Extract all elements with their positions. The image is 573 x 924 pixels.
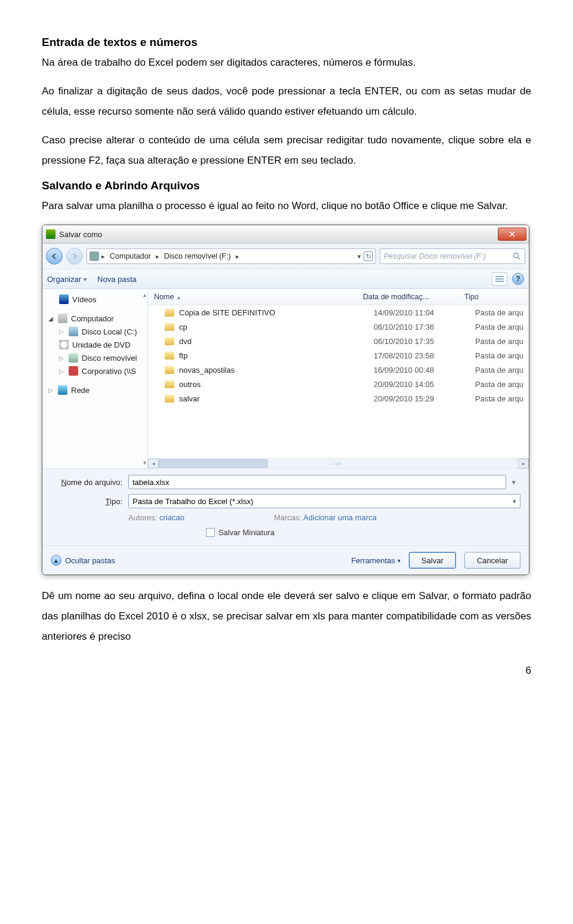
navitem-label: Rede bbox=[71, 386, 90, 395]
list-item[interactable]: cp06/10/2010 17:36Pasta de arqu bbox=[148, 320, 529, 334]
close-icon bbox=[509, 231, 515, 237]
col-date[interactable]: Data de modificaç... bbox=[363, 293, 464, 301]
file-date: 16/09/2010 00:48 bbox=[374, 366, 475, 374]
forward-button[interactable] bbox=[66, 248, 83, 265]
organize-button[interactable]: Organizar ▾ bbox=[47, 275, 87, 284]
navitem-label: Disco Local (C:) bbox=[82, 327, 137, 336]
folder-icon bbox=[165, 380, 174, 388]
file-type: Pasta de arqu bbox=[475, 323, 529, 331]
cancel-button[interactable]: Cancelar bbox=[464, 552, 520, 569]
folder-icon bbox=[165, 366, 174, 374]
scroll-right-icon[interactable]: ▸ bbox=[518, 459, 529, 468]
navitem-label: Computador bbox=[71, 314, 114, 323]
tools-button[interactable]: Ferramentas ▾ bbox=[351, 556, 401, 565]
file-name: outros bbox=[179, 380, 201, 389]
file-type: Pasta de arqu bbox=[475, 308, 529, 317]
type-label: Tipo: bbox=[51, 497, 122, 506]
filename-input[interactable]: tabela.xlsx bbox=[128, 475, 506, 489]
col-label: Nome bbox=[154, 293, 174, 301]
search-input[interactable]: Pesquisar Disco removível (F:) bbox=[380, 248, 525, 264]
scroll-left-icon[interactable]: ◂ bbox=[148, 459, 159, 468]
file-type: Pasta de arqu bbox=[475, 394, 529, 403]
crumb-drive[interactable]: Disco removível (F:) bbox=[162, 252, 233, 260]
new-folder-button[interactable]: Nova pasta bbox=[97, 275, 137, 284]
crumb-computer[interactable]: Computador bbox=[107, 252, 153, 260]
paragraph-3: Caso precise alterar o conteúdo de uma c… bbox=[42, 130, 531, 171]
removable-icon bbox=[69, 353, 78, 363]
titlebar: Salvar como bbox=[42, 225, 529, 244]
navitem-dvd[interactable]: Unidade de DVD bbox=[45, 338, 145, 351]
file-type: Pasta de arqu bbox=[475, 337, 529, 346]
file-name: salvar bbox=[179, 394, 200, 403]
scroll-up-icon[interactable]: ▴ bbox=[143, 291, 146, 298]
arrow-left-icon bbox=[51, 253, 58, 260]
list-item[interactable]: ftp17/08/2010 23:58Pasta de arqu bbox=[148, 348, 529, 363]
chevron-down-icon: ▾ bbox=[84, 276, 87, 283]
form-area: Nome do arquivo: tabela.xlsx ▾ Tipo: Pas… bbox=[42, 468, 529, 545]
expand-icon: ▷ bbox=[48, 387, 54, 394]
refresh-button[interactable]: ↻ bbox=[363, 251, 373, 261]
network-drive-icon bbox=[69, 366, 78, 376]
network-icon bbox=[58, 385, 67, 395]
tools-label: Ferramentas bbox=[351, 556, 395, 565]
paragraph-4: Para salvar uma planilha o processo é ig… bbox=[42, 196, 531, 216]
expand-icon: ◢ bbox=[48, 315, 54, 322]
h-scrollbar[interactable]: ◂ ııı ▸ bbox=[148, 458, 529, 468]
folder-icon bbox=[165, 337, 174, 345]
navitem-corporate[interactable]: ▷Corporativo (\\S bbox=[45, 364, 145, 377]
address-bar: ▸ Computador ▸ Disco removível (F:) ▸ ▾ … bbox=[42, 244, 529, 269]
breadcrumb[interactable]: ▸ Computador ▸ Disco removível (F:) ▸ ▾ … bbox=[87, 248, 376, 264]
chevron-right-icon: ▸ bbox=[155, 253, 161, 260]
col-type[interactable]: Tipo bbox=[464, 293, 529, 301]
file-name: ftp bbox=[179, 351, 187, 360]
tags-value[interactable]: Adicionar uma marca bbox=[303, 513, 377, 522]
list-item[interactable]: outros20/09/2010 14:05Pasta de arqu bbox=[148, 377, 529, 391]
navitem-label: Vídeos bbox=[72, 295, 96, 304]
heading-entry: Entrada de textos e números bbox=[42, 36, 531, 49]
list-item[interactable]: Cópia de SITE DEFINITIVO14/09/2010 11:04… bbox=[148, 305, 529, 320]
hide-folders-button[interactable]: ▴ Ocultar pastas bbox=[51, 555, 115, 566]
file-name: novas_apostilas bbox=[179, 366, 235, 374]
paragraph-1: Na área de trabalho do Excel podem ser d… bbox=[42, 53, 531, 73]
dvd-icon bbox=[59, 340, 69, 349]
search-icon bbox=[513, 252, 521, 260]
views-button[interactable] bbox=[492, 272, 507, 286]
close-button[interactable] bbox=[498, 228, 526, 241]
chevron-down-icon[interactable]: ▾ bbox=[356, 253, 362, 260]
file-list: Nome▴ Data de modificaç... Tipo Cópia de… bbox=[148, 289, 529, 468]
navitem-label: Unidade de DVD bbox=[72, 340, 131, 349]
save-button[interactable]: Salvar bbox=[409, 552, 456, 569]
list-item[interactable]: novas_apostilas16/09/2010 00:48Pasta de … bbox=[148, 363, 529, 377]
type-select[interactable]: Pasta de Trabalho do Excel (*.xlsx) ▾ bbox=[128, 494, 520, 508]
file-date: 20/09/2010 14:05 bbox=[374, 380, 475, 389]
authors-value[interactable]: criacao bbox=[159, 513, 184, 522]
navitem-local-disk[interactable]: ▷Disco Local (C:) bbox=[45, 325, 145, 338]
col-name[interactable]: Nome▴ bbox=[148, 293, 363, 301]
drive-icon bbox=[90, 251, 99, 261]
back-button[interactable] bbox=[46, 248, 63, 265]
folder-icon bbox=[165, 395, 174, 403]
expand-icon: ▷ bbox=[59, 329, 65, 335]
hide-folders-label: Ocultar pastas bbox=[65, 556, 115, 565]
thumbnail-label: Salvar Miniatura bbox=[218, 528, 275, 537]
help-button[interactable]: ? bbox=[512, 273, 524, 285]
sort-asc-icon: ▴ bbox=[177, 294, 180, 300]
navitem-network[interactable]: ▷Rede bbox=[45, 383, 145, 397]
list-item[interactable]: dvd06/10/2010 17:35Pasta de arqu bbox=[148, 334, 529, 348]
navitem-removable[interactable]: ▷Disco removível bbox=[45, 351, 145, 364]
scroll-down-icon[interactable]: ▾ bbox=[143, 459, 146, 466]
chevron-down-icon[interactable]: ▾ bbox=[512, 478, 520, 486]
thumbnail-checkbox[interactable] bbox=[206, 528, 215, 537]
chevron-down-icon: ▾ bbox=[513, 498, 516, 505]
file-type: Pasta de arqu bbox=[475, 366, 529, 374]
navitem-videos[interactable]: Vídeos bbox=[45, 293, 145, 306]
chevron-right-icon: ▸ bbox=[100, 253, 106, 260]
file-name: dvd bbox=[179, 337, 192, 346]
navitem-computer[interactable]: ◢Computador bbox=[45, 312, 145, 325]
file-date: 20/09/2010 15:29 bbox=[374, 394, 475, 403]
heading-save-open: Salvando e Abrindo Arquivos bbox=[42, 179, 531, 192]
excel-icon bbox=[46, 229, 56, 239]
file-name: Cópia de SITE DEFINITIVO bbox=[179, 308, 275, 317]
list-item[interactable]: salvar20/09/2010 15:29Pasta de arqu bbox=[148, 391, 529, 406]
disk-icon bbox=[69, 327, 78, 336]
